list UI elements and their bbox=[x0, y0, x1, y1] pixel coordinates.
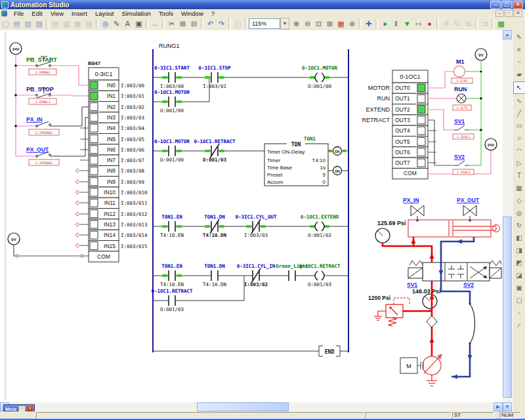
simulation-slow-button[interactable]: ▼ bbox=[402, 18, 413, 30]
menu-insert[interactable]: Insert bbox=[68, 10, 91, 17]
left-0v-source[interactable]: 0V bbox=[8, 233, 20, 245]
scroll-up-button[interactable]: ▲ bbox=[503, 30, 512, 39]
menu-layout[interactable]: Layout bbox=[91, 10, 118, 17]
hydraulic-pump[interactable] bbox=[423, 354, 442, 386]
vertical-scroll-thumb[interactable] bbox=[503, 217, 512, 398]
tool-ellipse[interactable]: ○ bbox=[514, 133, 525, 144]
properties-button[interactable]: ◫ bbox=[232, 18, 243, 30]
timer-en-output[interactable]: EN bbox=[329, 147, 346, 156]
proximity-sensor-px-in[interactable]: PX_IN bbox=[403, 197, 424, 222]
right-0v-source[interactable]: 0V bbox=[475, 49, 487, 60]
zoom-in-button[interactable]: ⊕ bbox=[291, 18, 302, 30]
tool-ungroup[interactable]: ▢ bbox=[514, 295, 525, 306]
menu-edit[interactable]: Edit bbox=[28, 10, 46, 17]
plot-forward-button[interactable]: ↻ bbox=[452, 18, 463, 30]
cut-button[interactable]: ✂ bbox=[166, 18, 177, 30]
tool-text[interactable]: T bbox=[514, 170, 525, 181]
tool-flip-vertical[interactable]: ◨ bbox=[514, 245, 525, 256]
find-button[interactable]: ◎ bbox=[100, 18, 111, 30]
redo-button[interactable]: ↷ bbox=[216, 18, 227, 30]
paste-button[interactable]: ⊟ bbox=[188, 18, 200, 30]
tool-polygon[interactable]: ▷ bbox=[514, 158, 525, 169]
zoom-dropdown-arrow[interactable]: ▼ bbox=[280, 18, 289, 30]
tool-arc[interactable]: ◠ bbox=[514, 145, 525, 156]
zoom-level-input[interactable]: 115% bbox=[249, 18, 280, 29]
zoom-dynamic-button[interactable]: ⊛ bbox=[346, 18, 358, 30]
timer-ton1-block[interactable]: TON1 TON Timer ON-Delay TimerT4:10 Time … bbox=[264, 136, 328, 186]
tool-image[interactable]: ▦ bbox=[514, 182, 525, 194]
plot-step-button[interactable]: ⇉ bbox=[479, 18, 490, 30]
menu-simulation[interactable]: Simulation bbox=[117, 10, 154, 17]
tool-measure[interactable]: ∕ bbox=[514, 320, 525, 331]
tool-rectangle[interactable]: ▭ bbox=[514, 120, 525, 131]
output-card-0-1OC1[interactable]: 0-1OC1 OUT0 OUT1 OUT2 OUT3 OUT4 OUT5 OUT… bbox=[362, 70, 437, 179]
menu-help[interactable]: ? bbox=[207, 10, 219, 17]
zoom-out-button[interactable]: ⊖ bbox=[302, 18, 313, 30]
hydraulic-circuit[interactable]: PX_IN PX_OUT 125.69 Psi 146.03 Psi bbox=[368, 197, 501, 386]
right-24v-source[interactable]: 24V bbox=[485, 138, 497, 150]
solenoid-sv1[interactable]: SV1 1-1SOL1 bbox=[453, 118, 474, 139]
pressure-gauge-pump[interactable]: 146.03 Psi bbox=[412, 288, 441, 311]
bom-button[interactable]: ▧ bbox=[61, 18, 72, 30]
tool-connector[interactable]: ∿ bbox=[514, 95, 525, 106]
end-instruction[interactable]: END bbox=[319, 346, 340, 356]
report-button[interactable]: ▤ bbox=[50, 18, 61, 30]
menu-tools[interactable]: Tools bbox=[155, 10, 177, 17]
tool-rotate[interactable]: ↻ bbox=[514, 220, 525, 231]
ladder-diagram[interactable]: RUNG1 0-3IC1.START I:003/00 0-3IC1.STOP bbox=[151, 43, 348, 356]
mdi-close-button[interactable]: ✕ bbox=[514, 10, 522, 17]
print-button[interactable]: ▨ bbox=[33, 18, 45, 30]
input-rows[interactable]: IN0I:003/00 IN1I:003/01 IN2I:003/02 IN3I… bbox=[89, 80, 148, 262]
menu-view[interactable]: View bbox=[47, 10, 68, 17]
snapshot-button[interactable]: ▣ bbox=[133, 18, 144, 30]
contact-ton1-en-2[interactable]: TON1.EN T4:10.EN bbox=[160, 263, 184, 287]
open-project-button[interactable]: ▤ bbox=[11, 18, 22, 30]
proximity-sensor-px-out[interactable]: PX_OUT bbox=[457, 197, 480, 222]
tool-select-arrow[interactable]: ↖ bbox=[513, 81, 525, 94]
input-card-0-3IC1[interactable]: B847 0-3IC1 IN0I:003/00 IN1I:003/01 IN2I… bbox=[75, 60, 148, 262]
grid-button[interactable]: ▦ bbox=[335, 18, 346, 30]
menu-window[interactable]: Window bbox=[177, 10, 207, 17]
solenoid-sv2[interactable]: SV2 1-1SOL2 bbox=[453, 154, 474, 175]
check-valve[interactable] bbox=[427, 316, 437, 327]
zoom-window-button[interactable]: ⊡ bbox=[313, 18, 324, 30]
tool-line[interactable]: ╱ bbox=[514, 108, 525, 119]
tool-diamond[interactable]: ◇ bbox=[514, 195, 525, 206]
maximize-button[interactable]: ▢ bbox=[501, 1, 512, 9]
schematic-canvas[interactable]: 24V PB_START 1-1PBNO1 PB_STOP 1-1PBNC1 P… bbox=[0, 30, 503, 402]
vertical-scrollbar[interactable]: ▲ ▼ bbox=[503, 30, 512, 411]
copy-button[interactable]: ⊞ bbox=[177, 18, 188, 30]
find-text-button[interactable]: A bbox=[122, 18, 133, 30]
tool-multiline[interactable]: ≡ bbox=[514, 44, 525, 55]
plot-swap-button[interactable]: ⇆ bbox=[463, 18, 474, 30]
back-button[interactable]: ← bbox=[150, 18, 161, 30]
workshop-button[interactable]: ▩ bbox=[495, 18, 507, 30]
electric-motor[interactable]: M bbox=[400, 358, 423, 373]
cylinder[interactable] bbox=[408, 220, 500, 237]
tool-shear-right[interactable]: ◪ bbox=[514, 270, 525, 281]
tool-sketch[interactable]: ✎ bbox=[514, 32, 525, 43]
contact-ton1-dn-nc[interactable]: TON1.DN T4:10.DN bbox=[203, 214, 227, 238]
relay-coil-m1[interactable]: M1 1-1CR1 bbox=[452, 58, 472, 83]
horizontal-scroll-thumb[interactable] bbox=[197, 402, 289, 411]
zoom-all-button[interactable]: ⊞ bbox=[324, 18, 335, 30]
save-button[interactable]: ▥ bbox=[22, 18, 33, 30]
close-button[interactable]: ✕ bbox=[513, 1, 523, 9]
left-24v-source[interactable]: 24V bbox=[10, 43, 22, 54]
page-setup-button[interactable]: ▦ bbox=[72, 18, 83, 30]
tool-dashed-line[interactable]: ┄ bbox=[514, 56, 525, 68]
mdi-minimize-button[interactable]: – bbox=[495, 10, 504, 17]
tool-marquee[interactable]: ▫ bbox=[514, 307, 525, 318]
menu-file[interactable]: File bbox=[10, 10, 28, 17]
minimize-button[interactable]: – bbox=[490, 1, 501, 9]
pressure-gauge-cap-side[interactable]: 125.69 Psi bbox=[375, 220, 406, 243]
contact-ton1-en[interactable]: TON1.EN T4:10.EN bbox=[160, 214, 184, 238]
simulation-normal-button[interactable]: ● bbox=[379, 18, 390, 30]
simulation-pause-button[interactable]: ‖ bbox=[390, 18, 402, 30]
library-explorer-button[interactable]: ✎ bbox=[111, 18, 122, 30]
mdi-restore-button[interactable]: ▫ bbox=[505, 10, 513, 17]
plot-back-button[interactable]: ↺ bbox=[440, 18, 452, 30]
horizontal-scrollbar[interactable]: ◀ ▶ bbox=[0, 402, 503, 411]
pan-button[interactable]: ✚ bbox=[363, 18, 374, 30]
timer-dn-output[interactable]: DN bbox=[333, 167, 342, 175]
